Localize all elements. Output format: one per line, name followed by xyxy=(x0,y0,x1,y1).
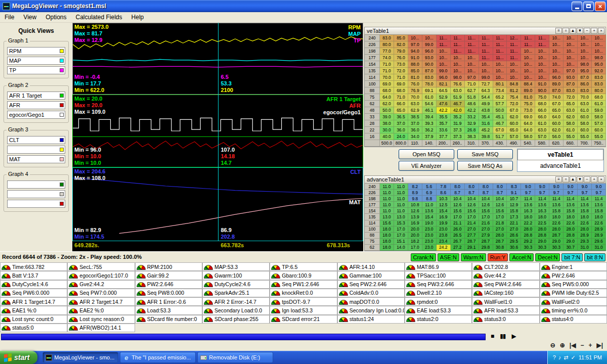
table-cell[interactable]: 28.8 xyxy=(521,233,535,239)
table-cell[interactable]: 45.2 xyxy=(479,127,493,133)
table-cell[interactable]: 16.3 xyxy=(535,208,549,214)
menu-view[interactable]: View xyxy=(19,13,41,22)
table-cell[interactable]: 11... xyxy=(507,55,521,61)
table-cell[interactable]: 87.0 xyxy=(578,74,592,81)
table-cell[interactable]: 65.0 xyxy=(549,107,563,114)
table-cell[interactable]: 17.0 xyxy=(394,226,408,233)
gauge-cell[interactable]: Time:663.782 xyxy=(0,262,67,271)
gauge-cell[interactable]: Lost sync reason:0 xyxy=(67,315,135,324)
save-msq-button[interactable]: Save MSQ xyxy=(457,149,513,159)
table-cell[interactable]: 11... xyxy=(535,35,549,41)
table-cell[interactable]: 28.0 xyxy=(493,233,507,239)
table-cell[interactable]: 72.0 xyxy=(563,94,578,101)
table-cell[interactable]: 56.0 xyxy=(549,133,563,140)
table-cell[interactable]: 8.0 xyxy=(465,184,479,190)
table-cell[interactable]: 71.0 xyxy=(465,81,479,87)
table-cell[interactable]: 75.4 xyxy=(507,94,521,101)
table-cell[interactable]: 18.0 xyxy=(521,214,535,220)
zoom-out-button[interactable]: ⊖ xyxy=(550,342,555,349)
gauge-cell[interactable]: Seq PW5:0.000 xyxy=(540,280,607,289)
gauge-cell[interactable]: EAE load:53.3 xyxy=(405,306,472,314)
table-cell[interactable]: 15.4 xyxy=(437,208,451,214)
table-cell[interactable]: 98.0 xyxy=(592,55,606,61)
table-cell[interactable]: 87.0 xyxy=(549,87,563,94)
table-cell[interactable]: 7.8 xyxy=(437,184,451,190)
table-cell[interactable]: 72.0 xyxy=(507,101,521,107)
table-cell[interactable]: 80.0 xyxy=(380,41,394,48)
table-cell[interactable]: 10... xyxy=(422,35,437,41)
table-cell[interactable]: 64.0 xyxy=(521,127,535,133)
table-cell[interactable]: 8.7 xyxy=(465,190,479,196)
color-swatch[interactable] xyxy=(60,183,64,187)
gauge-cell[interactable]: Seq PW7:0.000 xyxy=(67,289,135,297)
table-cell[interactable]: 10... xyxy=(493,74,507,81)
table-cell[interactable]: 35.5 xyxy=(437,114,451,120)
table-cell[interactable]: 10... xyxy=(563,61,578,68)
table-cell[interactable]: 76.6 xyxy=(451,81,465,87)
table-cell[interactable]: 57.0 xyxy=(592,120,606,127)
table-cell[interactable]: 36.0 xyxy=(408,127,422,133)
plus-icon[interactable]: + xyxy=(591,28,597,34)
table-cell[interactable]: 79.0 xyxy=(394,48,408,55)
table-cell[interactable]: 23.8 xyxy=(437,233,451,239)
table-cell[interactable]: 63.0 xyxy=(408,101,422,107)
table-cell[interactable]: 23.4 xyxy=(437,239,451,245)
gauge-cell[interactable]: status2:0 xyxy=(405,315,472,324)
table-cell[interactable]: 10.4 xyxy=(465,196,479,202)
table-cell[interactable]: 42.0 xyxy=(451,107,465,114)
gauge-cell[interactable]: mapDOT:0.0 xyxy=(337,297,405,306)
table-cell[interactable]: 10... xyxy=(465,68,479,74)
table-cell[interactable]: 11.4 xyxy=(535,196,549,202)
gauge-cell[interactable]: ColdAdv:0.0 xyxy=(337,289,405,297)
gauge-cell[interactable]: EAE1 %:0 xyxy=(0,306,67,314)
gauge-cell[interactable]: tpsDOT:-9.7 xyxy=(270,297,337,306)
table-cell[interactable]: 22.5 xyxy=(535,220,549,226)
table-cell[interactable]: 27.0 xyxy=(465,226,479,233)
step-back-button[interactable]: − xyxy=(580,342,584,349)
table-cell[interactable]: 11... xyxy=(465,35,479,41)
table-cell[interactable]: 48.6 xyxy=(465,101,479,107)
table-cell[interactable]: 95.0 xyxy=(578,68,592,74)
table-cell[interactable]: 12.6 xyxy=(451,202,465,208)
gauge-cell[interactable]: status3:0 xyxy=(472,315,539,324)
graph-cursor[interactable] xyxy=(218,23,219,241)
table-cell[interactable]: 66.0 xyxy=(535,114,549,120)
help-tray-icon[interactable]: ? xyxy=(553,354,556,361)
table-cell[interactable]: 22.6 xyxy=(563,220,578,226)
table-cell[interactable]: 10... xyxy=(521,68,535,74)
table-cell[interactable]: 81.0 xyxy=(408,74,422,81)
gauge-cell[interactable]: AFR:14.10 xyxy=(337,262,405,271)
table-cell[interactable]: 11... xyxy=(493,55,507,61)
table-cell[interactable]: 10... xyxy=(578,48,592,55)
table-cell[interactable]: 11.4 xyxy=(578,196,592,202)
table-cell[interactable]: 32.9 xyxy=(465,120,479,127)
table-cell[interactable]: 11... xyxy=(451,41,465,48)
table-cell[interactable]: 10... xyxy=(479,68,493,74)
table-cell[interactable]: 89.0 xyxy=(549,81,563,87)
table-cell[interactable]: 10... xyxy=(535,74,549,81)
table-cell[interactable]: 80.0 xyxy=(592,87,606,94)
table-cell[interactable]: 15.8 xyxy=(563,208,578,214)
table-cell[interactable]: 28.0 xyxy=(535,226,549,233)
table-cell[interactable]: 36.5 xyxy=(394,114,408,120)
table-cell[interactable]: 9.0 xyxy=(578,184,592,190)
table-cell[interactable]: 90.0 xyxy=(422,61,437,68)
table-cell[interactable]: 64.3 xyxy=(479,87,493,94)
table-cell[interactable]: 51.7 xyxy=(493,133,507,140)
usb-tray-icon[interactable]: ⇄ xyxy=(563,354,568,361)
table-cell[interactable]: 12.6 xyxy=(465,202,479,208)
table-cell[interactable]: 92.0 xyxy=(592,68,606,74)
table-cell[interactable]: 10... xyxy=(437,48,451,55)
table-cell[interactable]: 10... xyxy=(465,61,479,68)
table-cell[interactable]: 64.0 xyxy=(521,120,535,127)
gauge-cell[interactable]: DutyCycle1:4.6 xyxy=(0,280,67,289)
table-cell[interactable]: 8.7 xyxy=(479,190,493,196)
table-cell[interactable]: 37.9 xyxy=(422,133,437,140)
table-cell[interactable]: 73.4 xyxy=(493,87,507,94)
gauge-cell[interactable]: status5:0 xyxy=(0,324,67,332)
table-cell[interactable]: 31.6 xyxy=(479,120,493,127)
table-cell[interactable]: 10... xyxy=(451,55,465,61)
table-cell[interactable]: 86.0 xyxy=(578,81,592,87)
table-cell[interactable]: 85.0 xyxy=(394,35,408,41)
table-cell[interactable]: 35.7 xyxy=(437,120,451,127)
